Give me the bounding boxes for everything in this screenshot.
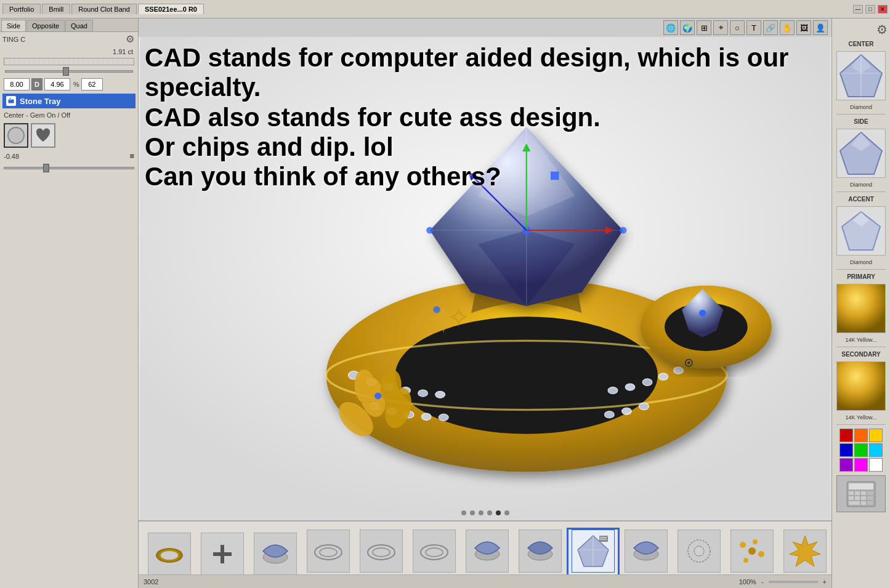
stone-tray-row[interactable]: Stone Tray [2,94,136,108]
svg-rect-97 [837,284,885,332]
ct-value: 1.91 ct [113,48,133,55]
svg-point-65 [320,548,337,557]
svg-point-58 [687,361,690,364]
dot-4[interactable] [487,510,492,515]
section-label: TING C [2,36,25,43]
zoom-minus[interactable]: - [761,578,764,586]
ct-display: 1.91 ct [0,46,138,58]
dot-5[interactable] [496,510,501,515]
zoom-slider[interactable] [769,581,818,583]
svg-point-10 [418,390,428,397]
divider-1 [836,114,886,115]
svg-point-22 [605,411,615,418]
swatch-purple[interactable] [839,458,853,472]
zoom-plus[interactable]: + [823,578,827,586]
pct-symbol: % [73,81,79,88]
svg-point-21 [439,414,448,421]
tab-round-clot[interactable]: Round Clot Band [71,4,137,14]
maximize-button[interactable]: □ [865,5,875,14]
color-swatches [839,429,883,472]
right-thumb-center[interactable] [836,51,886,100]
bottom-item-sp-sc-139[interactable]: SP-SC-139 [727,530,777,580]
bottom-item-open-micro-3[interactable]: Open Micro Band [621,530,671,580]
dot-6[interactable] [504,510,509,515]
shape-heart-btn[interactable] [31,123,55,148]
right-thumb-accent[interactable] [836,206,886,256]
bottom-slider-track[interactable] [4,167,134,169]
tab-bmill[interactable]: Bmill [42,4,70,14]
svg-rect-98 [837,362,885,410]
page-dots [461,510,509,515]
bottom-item-eye-diamond-2[interactable]: Open Micro Band [463,530,512,580]
toolbar-circle-icon[interactable]: ○ [730,20,745,35]
swatch-white[interactable] [869,458,883,472]
toolbar-sphere-icon[interactable]: 🌐 [663,20,678,35]
toolbar-target-icon[interactable]: ⌖ [713,20,728,35]
bottom-item-ring-plain[interactable] [145,533,194,577]
calculator-button[interactable] [836,475,886,512]
panel-gear-icon[interactable]: ⚙ [126,33,134,45]
tab-sse[interactable]: SSE021ee...0 R0 [138,4,204,14]
slider-thumb[interactable] [63,67,69,76]
field-d[interactable] [4,78,30,91]
toolbar-grid-icon[interactable]: ⊞ [697,20,711,35]
swatch-orange[interactable] [854,429,868,442]
swatch-blue[interactable] [839,443,853,457]
bottom-item-sp-rl-f14[interactable]: SP-RL-F14 [780,530,830,580]
bottom-item-cp-se-007[interactable]: CP-SE-007 [674,530,724,580]
toolbar-link-icon[interactable]: 🔗 [763,20,778,35]
bottom-item-cp-se-029[interactable]: CP-SE-029 [516,530,565,580]
swatch-red[interactable] [839,429,853,442]
gear-icon[interactable]: ⚙ [876,22,888,37]
dot-1[interactable] [461,510,466,515]
bottom-item-open-micro-1[interactable]: Open Micro Band [357,530,406,580]
status-bar: 3002 100% - + [139,574,831,588]
heart-shape [34,127,52,144]
dot-2[interactable] [470,510,475,515]
toolbar-hand-icon[interactable]: ✋ [780,20,795,35]
gem-toggle[interactable]: Center - Gem On / Off [0,110,138,121]
swatch-green[interactable] [854,443,868,457]
minimize-button[interactable]: — [853,5,863,14]
tab-quad[interactable]: Quad [65,20,93,31]
status-right: 100% - + [739,578,827,586]
toolbar-image-icon[interactable]: 🖼 [796,20,811,35]
bottom-item-add[interactable] [198,533,247,577]
shape-circle-btn[interactable] [4,123,28,148]
toolbar-text-icon[interactable]: T [746,20,761,35]
swatch-pink[interactable] [854,458,868,472]
open-micro-icon-2 [413,530,456,573]
bottom-item-cp-se-016[interactable]: CP-SE-016 [304,530,353,580]
viewport-3d[interactable]: CAD stands for computer aided design, wh… [139,37,831,520]
field-pct-val[interactable] [44,78,70,91]
field-pct-num[interactable] [81,78,103,91]
bottom-item-eye-1[interactable] [251,533,300,577]
toolbar-globe-icon[interactable]: 🌍 [680,20,695,35]
bottom-item-open-micro-2[interactable]: Open Micro Band [410,530,459,580]
dot-3[interactable] [479,510,483,515]
svg-point-60 [161,551,178,560]
cp-se-029-icon [519,530,562,573]
svg-point-84 [743,558,748,563]
bottom-item-cp-rl-010[interactable]: CP-RL-010 [568,530,618,580]
slider-track[interactable] [5,70,133,73]
swatch-yellow[interactable] [869,429,883,442]
svg-rect-107 [861,496,866,500]
sp-rl-f14-icon [783,530,827,573]
swatch-cyan[interactable] [869,443,883,457]
right-label-secondary: SECONDARY [841,351,881,358]
right-label-accent: ACCENT [848,196,874,203]
right-thumb-primary[interactable] [836,284,886,333]
scroll-right-icon[interactable]: ≡ [129,151,134,161]
right-label-center: CENTER [848,41,873,47]
right-thumb-secondary[interactable] [836,361,886,411]
tab-side[interactable]: Side [1,20,26,31]
right-thumb-side[interactable] [836,129,886,178]
cp-se-007-icon [678,530,721,573]
close-button[interactable]: ✕ [878,5,888,14]
toolbar-person-icon[interactable]: 👤 [813,20,828,35]
bottom-slider-thumb[interactable] [43,164,49,172]
tab-portfolio[interactable]: Portfolio [2,4,41,14]
tab-opposite[interactable]: Opposite [26,20,65,31]
ring-render-area: ✦ ✧ [139,37,831,520]
